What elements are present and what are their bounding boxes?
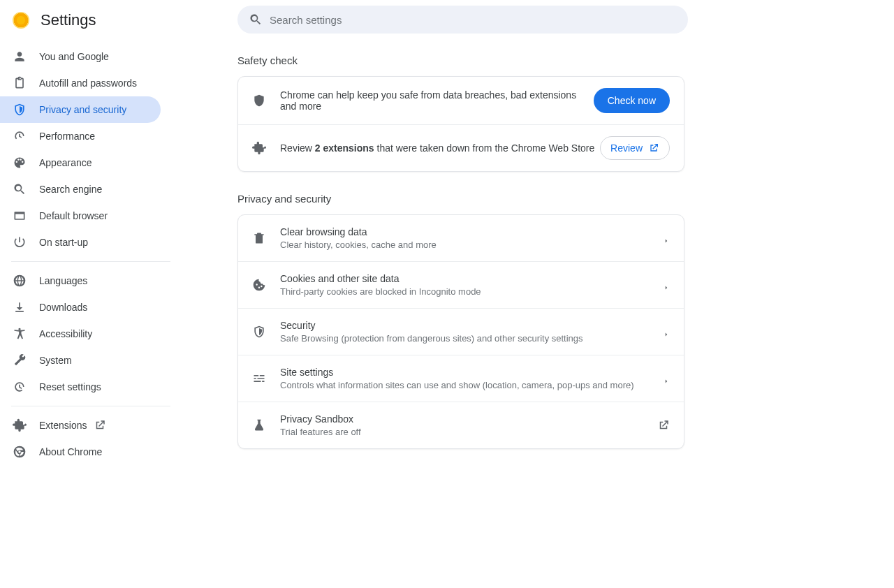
sidebar-item-reset-settings[interactable]: Reset settings [0,374,161,400]
speedometer-icon [13,129,27,143]
wrench-icon [13,353,27,367]
sidebar-item-extensions[interactable]: Extensions [0,412,161,439]
chevron-right-icon [663,281,670,288]
chrome-logo-icon [13,12,29,29]
puzzle-icon [252,141,266,155]
sidebar-item-label: Autofill and passwords [39,78,137,89]
open-external-icon [94,419,106,432]
restore-icon [13,380,27,394]
main-content: Safety check Chrome can help keep you sa… [182,0,894,588]
sidebar-item-label: On start-up [39,237,88,248]
sidebar-item-downloads[interactable]: Downloads [0,294,161,321]
sidebar-item-label: Languages [39,275,87,286]
sidebar-item-label: Extensions [39,420,87,431]
sidebar-item-label: Downloads [39,302,87,313]
sidebar-item-label: Search engine [39,184,102,195]
sliders-icon [252,372,266,385]
cookie-icon [252,278,266,292]
shield-outline-icon [252,325,266,339]
row-subtitle: Third-party cookies are blocked in Incog… [280,286,663,297]
open-external-icon [648,142,659,154]
sidebar-item-performance[interactable]: Performance [0,123,161,149]
sidebar-item-label: You and Google [39,51,109,62]
privacy-security-heading: Privacy and security [237,193,684,205]
sidebar-item-label: Performance [39,131,95,142]
safety-check-text: Chrome can help keep you safe from data … [280,89,594,112]
chevron-right-icon [663,235,670,242]
privacy-security-card: Clear browsing data Clear history, cooki… [237,214,684,449]
download-icon [13,300,27,314]
clear-browsing-data-row[interactable]: Clear browsing data Clear history, cooki… [238,215,684,262]
sidebar-item-accessibility[interactable]: Accessibility [0,321,161,347]
row-title: Cookies and other site data [280,273,663,284]
search-icon [249,13,263,27]
globe-icon [13,274,27,288]
accessibility-icon [13,327,27,341]
row-subtitle: Safe Browsing (protection from dangerous… [280,333,663,344]
row-title: Privacy Sandbox [280,413,657,425]
security-row[interactable]: Security Safe Browsing (protection from … [238,309,684,355]
person-icon [13,50,27,64]
puzzle-icon [13,418,27,432]
site-settings-row[interactable]: Site settings Controls what information … [238,355,684,402]
cookies-row[interactable]: Cookies and other site data Third-party … [238,262,684,309]
sidebar-item-languages[interactable]: Languages [0,267,161,294]
row-subtitle: Clear history, cookies, cache and more [280,240,663,250]
row-subtitle: Controls what information sites can use … [280,380,663,390]
row-subtitle: Trial features are off [280,427,657,437]
open-external-icon [657,419,670,432]
browser-icon [13,209,27,223]
sidebar-item-about-chrome[interactable]: About Chrome [0,439,161,465]
sidebar-item-label: System [39,355,72,366]
sidebar-item-label: Privacy and security [39,104,126,115]
safety-check-row: Chrome can help keep you safe from data … [238,77,684,125]
search-input[interactable] [270,14,677,26]
trash-icon [252,231,266,245]
sidebar-item-label: Reset settings [39,381,101,392]
power-icon [13,235,27,249]
palette-icon [13,156,27,170]
sidebar-item-on-startup[interactable]: On start-up [0,229,161,256]
review-button[interactable]: Review [600,136,670,160]
sidebar-header: Settings [0,7,182,39]
sidebar-item-label: Appearance [39,157,92,168]
nav-divider [11,406,170,406]
row-title: Security [280,320,663,331]
text-bold: 2 extensions [315,142,374,154]
sidebar-nav: You and Google Autofill and passwords Pr… [0,39,182,465]
chevron-right-icon [663,328,670,335]
sidebar-item-appearance[interactable]: Appearance [0,149,161,176]
sidebar-item-system[interactable]: System [0,347,161,374]
safety-check-heading: Safety check [237,54,684,66]
sidebar-item-default-browser[interactable]: Default browser [0,203,161,229]
sidebar-item-autofill[interactable]: Autofill and passwords [0,70,161,96]
row-title: Clear browsing data [280,226,663,237]
check-now-button[interactable]: Check now [594,88,670,113]
search-bar[interactable] [237,6,688,34]
chrome-icon [13,445,27,459]
review-extensions-row: Review 2 extensions that were taken down… [238,125,684,171]
verified-shield-icon [252,94,266,108]
row-title: Site settings [280,367,663,378]
page-title: Settings [41,11,96,29]
privacy-sandbox-row[interactable]: Privacy Sandbox Trial features are off [238,402,684,448]
text-prefix: Review [280,142,315,154]
sidebar-item-you-and-google[interactable]: You and Google [0,43,161,70]
search-icon [13,182,27,196]
safety-check-card: Chrome can help keep you safe from data … [237,76,684,172]
chevron-right-icon [663,375,670,382]
sidebar-item-search-engine[interactable]: Search engine [0,176,161,203]
clipboard-icon [13,76,27,90]
nav-divider [11,261,170,262]
sidebar: Settings You and Google Autofill and pas… [0,0,182,588]
shield-icon [13,103,27,117]
sidebar-item-privacy-security[interactable]: Privacy and security [0,96,161,123]
sidebar-item-label: Accessibility [39,328,92,339]
sidebar-item-label: About Chrome [39,446,102,457]
sidebar-item-label: Default browser [39,210,108,221]
review-button-label: Review [610,142,643,154]
review-extensions-text: Review 2 extensions that were taken down… [280,142,600,154]
flask-icon [252,418,266,432]
text-suffix: that were taken down from the Chrome Web… [374,142,595,154]
